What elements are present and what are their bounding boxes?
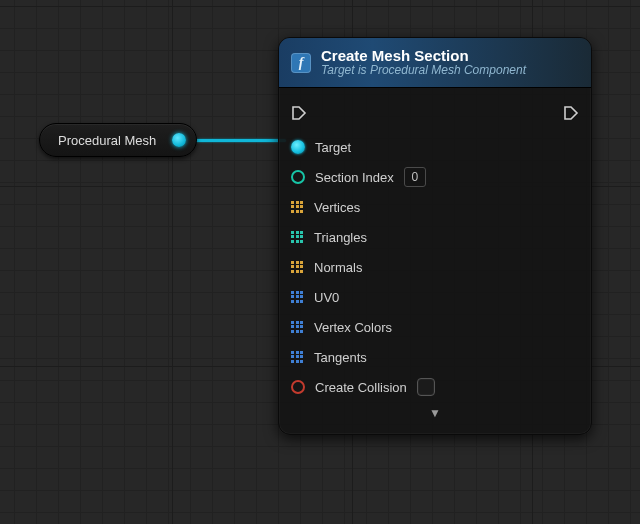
exec-output-pin[interactable]	[563, 105, 579, 121]
input-pin-vertex-colors[interactable]	[291, 321, 304, 334]
input-pin-normals[interactable]	[291, 261, 304, 274]
pin-label-section-index: Section Index	[315, 170, 394, 185]
pin-label-triangles: Triangles	[314, 230, 367, 245]
function-node-create-mesh-section[interactable]: f Create Mesh Section Target is Procedur…	[278, 37, 592, 435]
input-value-section-index[interactable]: 0	[404, 167, 426, 187]
expand-node-button[interactable]: ▼	[291, 402, 579, 428]
input-pin-tangents[interactable]	[291, 351, 304, 364]
input-pin-vertices[interactable]	[291, 201, 304, 214]
variable-node-label: Procedural Mesh	[58, 133, 172, 148]
node-body: Target Section Index 0 Vertices Triangle…	[279, 88, 591, 434]
pin-label-create-collision: Create Collision	[315, 380, 407, 395]
pin-label-vertex-colors: Vertex Colors	[314, 320, 392, 335]
exec-input-pin[interactable]	[291, 105, 307, 121]
node-header[interactable]: f Create Mesh Section Target is Procedur…	[279, 38, 591, 88]
checkbox-create-collision[interactable]	[417, 378, 435, 396]
output-pin-procedural-mesh[interactable]	[172, 133, 186, 147]
pin-label-uv0: UV0	[314, 290, 339, 305]
input-pin-triangles[interactable]	[291, 231, 304, 244]
pin-label-target: Target	[315, 140, 351, 155]
pin-label-tangents: Tangents	[314, 350, 367, 365]
node-subtitle: Target is Procedural Mesh Component	[321, 64, 526, 78]
pin-label-normals: Normals	[314, 260, 362, 275]
function-icon: f	[291, 53, 311, 73]
node-title: Create Mesh Section	[321, 47, 526, 64]
input-pin-uv0[interactable]	[291, 291, 304, 304]
pin-label-vertices: Vertices	[314, 200, 360, 215]
wire-proceduralmesh-to-target[interactable]	[190, 139, 286, 142]
input-pin-create-collision[interactable]	[291, 380, 305, 394]
variable-node-procedural-mesh[interactable]: Procedural Mesh	[39, 123, 197, 157]
input-pin-target[interactable]	[291, 140, 305, 154]
input-pin-section-index[interactable]	[291, 170, 305, 184]
